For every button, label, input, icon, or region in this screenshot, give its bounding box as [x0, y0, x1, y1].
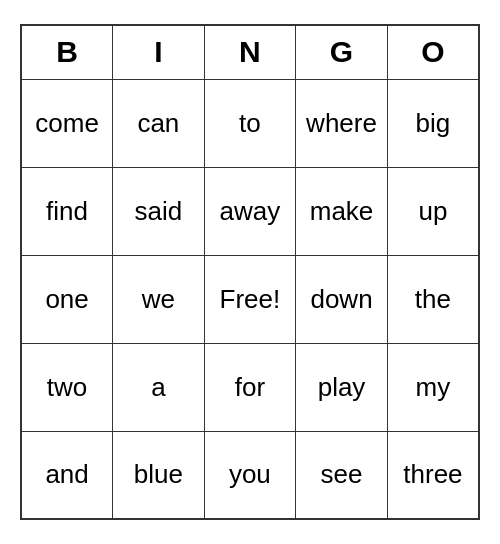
cell-4-3: see	[296, 431, 388, 519]
row-3: twoaforplaymy	[21, 343, 479, 431]
header-B: B	[21, 25, 113, 79]
header-O: O	[387, 25, 479, 79]
row-4: andblueyouseethree	[21, 431, 479, 519]
cell-4-1: blue	[113, 431, 204, 519]
cell-2-4: the	[387, 255, 479, 343]
cell-0-0: come	[21, 79, 113, 167]
bingo-card: BINGO comecantowherebigfindsaidawaymakeu…	[20, 24, 480, 520]
header-row: BINGO	[21, 25, 479, 79]
cell-1-0: find	[21, 167, 113, 255]
row-1: findsaidawaymakeup	[21, 167, 479, 255]
cell-1-2: away	[204, 167, 296, 255]
cell-0-3: where	[296, 79, 388, 167]
cell-3-3: play	[296, 343, 388, 431]
cell-0-4: big	[387, 79, 479, 167]
cell-1-3: make	[296, 167, 388, 255]
row-2: oneweFree!downthe	[21, 255, 479, 343]
header-N: N	[204, 25, 296, 79]
cell-2-0: one	[21, 255, 113, 343]
cell-1-1: said	[113, 167, 204, 255]
row-0: comecantowherebig	[21, 79, 479, 167]
cell-1-4: up	[387, 167, 479, 255]
header-G: G	[296, 25, 388, 79]
cell-4-2: you	[204, 431, 296, 519]
cell-3-4: my	[387, 343, 479, 431]
cell-0-2: to	[204, 79, 296, 167]
cell-2-3: down	[296, 255, 388, 343]
cell-0-1: can	[113, 79, 204, 167]
header-I: I	[113, 25, 204, 79]
cell-4-4: three	[387, 431, 479, 519]
cell-3-1: a	[113, 343, 204, 431]
cell-4-0: and	[21, 431, 113, 519]
cell-2-1: we	[113, 255, 204, 343]
cell-3-0: two	[21, 343, 113, 431]
cell-2-2: Free!	[204, 255, 296, 343]
cell-3-2: for	[204, 343, 296, 431]
